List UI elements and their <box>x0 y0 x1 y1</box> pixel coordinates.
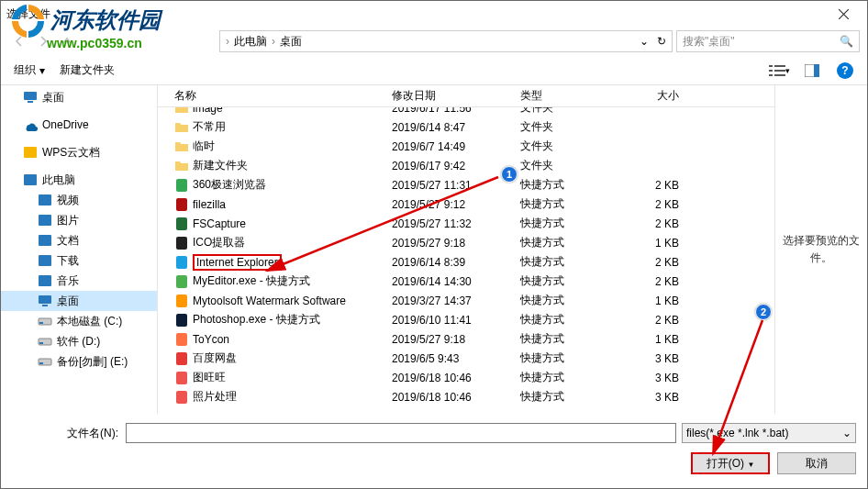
svg-rect-30 <box>176 275 187 288</box>
file-size: 1 KB <box>609 237 690 250</box>
file-size: 2 KB <box>609 275 690 288</box>
breadcrumb-segment[interactable]: 此电脑 <box>234 34 267 50</box>
column-header-size[interactable]: 大小 <box>609 88 690 104</box>
table-row[interactable]: 360极速浏览器2019/5/27 11:31快捷方式2 KB <box>158 175 774 194</box>
new-folder-button[interactable]: 新建文件夹 <box>54 61 120 80</box>
table-row[interactable]: 不常用2019/6/14 8:47文件夹 <box>158 117 774 137</box>
table-row[interactable]: filezilla2019/5/27 9:12快捷方式2 KB <box>158 194 774 214</box>
annotation-badge-2: 2 <box>755 304 772 320</box>
file-name: 百度网盘 <box>193 350 237 366</box>
file-size: 3 KB <box>609 352 690 365</box>
sidebar[interactable]: 桌面OneDriveWPS云文档此电脑视频图片文档下载音乐桌面本地磁盘 (C:)… <box>1 85 157 414</box>
sidebar-item[interactable]: 软件 (D:) <box>1 331 157 351</box>
arrow-left-icon <box>13 35 26 48</box>
close-button[interactable] <box>825 2 862 26</box>
sidebar-item[interactable]: 图片 <box>1 210 157 230</box>
sidebar-item-label: 视频 <box>57 193 79 208</box>
file-date: 2019/5/27 9:12 <box>392 198 520 211</box>
table-row[interactable]: ToYcon2019/5/27 9:18快捷方式1 KB <box>158 329 774 349</box>
svg-rect-2 <box>769 70 773 72</box>
sidebar-item[interactable]: 音乐 <box>1 271 157 291</box>
sidebar-item-label: WPS云文档 <box>42 145 100 161</box>
organize-menu[interactable]: 组织 ▾ <box>8 61 50 80</box>
breadcrumb-segment[interactable]: 桌面 <box>280 34 302 50</box>
sidebar-item[interactable]: 视频 <box>1 190 157 210</box>
back-button[interactable] <box>8 30 30 52</box>
file-type: 快捷方式 <box>520 293 609 308</box>
svg-rect-1 <box>774 65 785 67</box>
file-size: 1 KB <box>609 295 690 307</box>
sidebar-item[interactable]: 桌面 <box>1 87 157 107</box>
breadcrumb[interactable]: › 此电脑 › 桌面 ⌄ ↻ <box>219 30 673 52</box>
table-row[interactable]: Photoshop.exe - 快捷方式2019/6/10 11:41快捷方式2… <box>158 310 774 329</box>
up-button[interactable] <box>56 30 78 52</box>
file-type: 快捷方式 <box>520 331 609 347</box>
table-row[interactable]: MyEditor.exe - 快捷方式2019/6/14 14:30快捷方式2 … <box>158 272 774 291</box>
svg-rect-4 <box>769 74 773 76</box>
file-name: Mytoolsoft Watermark Software <box>193 295 346 307</box>
view-options-button[interactable]: ▾ <box>764 60 794 82</box>
table-row[interactable]: 照片处理2019/6/18 10:46快捷方式3 KB <box>158 387 774 406</box>
preview-pane-button[interactable] <box>797 60 827 82</box>
file-date: 2019/5/27 11:31 <box>392 179 520 192</box>
table-row[interactable]: Mytoolsoft Watermark Software2019/3/27 1… <box>158 291 774 310</box>
file-name: 图旺旺 <box>193 370 226 385</box>
file-type: 文件夹 <box>520 119 609 135</box>
sidebar-item[interactable]: 备份[勿删] (E:) <box>1 351 157 372</box>
file-size: 2 KB <box>609 256 690 269</box>
file-date: 2019/6/18 10:46 <box>392 391 520 404</box>
table-row[interactable]: 图旺旺2019/6/18 10:46快捷方式3 KB <box>158 368 774 387</box>
arrow-right-icon <box>37 35 50 48</box>
svg-rect-14 <box>39 235 51 246</box>
table-row[interactable]: Internet Explorer2019/6/14 8:39快捷方式2 KB <box>158 252 774 272</box>
file-type: 快捷方式 <box>520 273 609 289</box>
table-row[interactable]: 临时2019/6/7 14:49文件夹 <box>158 137 774 156</box>
file-size: 1 KB <box>609 333 690 346</box>
filename-input[interactable] <box>126 423 676 443</box>
sidebar-item-label: 下载 <box>57 253 79 269</box>
sidebar-item[interactable]: WPS云文档 <box>1 142 157 162</box>
annotation-badge-1: 1 <box>501 166 517 183</box>
column-header-date[interactable]: 修改日期 <box>392 88 520 104</box>
svg-rect-7 <box>814 64 819 77</box>
svg-rect-33 <box>176 333 187 346</box>
svg-rect-8 <box>24 92 37 100</box>
file-size: 2 KB <box>609 217 690 230</box>
file-date: 2019/6/14 8:47 <box>392 121 520 134</box>
svg-rect-25 <box>176 179 187 192</box>
sidebar-item[interactable]: 此电脑 <box>1 170 157 190</box>
forward-button[interactable] <box>32 30 54 52</box>
file-type: 文件夹 <box>520 158 609 173</box>
file-list[interactable]: 名称 修改日期 类型 大小 image2019/6/17 11:56文件夹不常用… <box>157 85 775 414</box>
table-row[interactable]: ICO提取器2019/5/27 9:18快捷方式1 KB <box>158 233 774 252</box>
file-type-filter[interactable]: files(*.exe *.lnk *.bat)⌄ <box>682 423 856 443</box>
sidebar-item[interactable]: OneDrive <box>1 115 157 135</box>
cancel-button[interactable]: 取消 <box>777 452 856 474</box>
file-type: 快捷方式 <box>520 196 609 212</box>
chevron-down-icon[interactable]: ⌄ <box>636 35 652 48</box>
svg-rect-9 <box>28 101 33 103</box>
open-button[interactable]: 打开(O) ▼ <box>691 452 770 474</box>
svg-rect-35 <box>176 372 187 384</box>
column-header-type[interactable]: 类型 <box>520 88 609 104</box>
preview-pane: 选择要预览的文件。 <box>775 85 867 414</box>
help-button[interactable]: ? <box>830 60 860 82</box>
sidebar-item[interactable]: 桌面 <box>1 291 157 311</box>
table-row[interactable]: 新建文件夹2019/6/17 9:42文件夹 <box>158 156 774 175</box>
chevron-right-icon: › <box>272 35 275 48</box>
table-row[interactable]: image2019/6/17 11:56文件夹 <box>158 107 774 117</box>
search-icon[interactable]: 🔍 <box>840 35 853 48</box>
column-header-name[interactable]: 名称 <box>158 88 392 104</box>
file-name: 新建文件夹 <box>193 158 248 173</box>
sidebar-item-label: 音乐 <box>57 273 79 289</box>
sidebar-item[interactable]: 下载 <box>1 250 157 271</box>
file-type: 快捷方式 <box>520 312 609 328</box>
table-row[interactable]: FSCapture2019/5/27 11:32快捷方式2 KB <box>158 214 774 233</box>
sidebar-item[interactable]: 本地磁盘 (C:) <box>1 311 157 331</box>
svg-rect-11 <box>24 174 37 185</box>
search-input[interactable]: 搜索"桌面" 🔍 <box>676 30 860 52</box>
table-row[interactable]: 百度网盘2019/6/5 9:43快捷方式3 KB <box>158 349 774 368</box>
arrow-up-icon <box>61 35 73 48</box>
refresh-button[interactable]: ↻ <box>657 35 666 48</box>
sidebar-item[interactable]: 文档 <box>1 230 157 250</box>
